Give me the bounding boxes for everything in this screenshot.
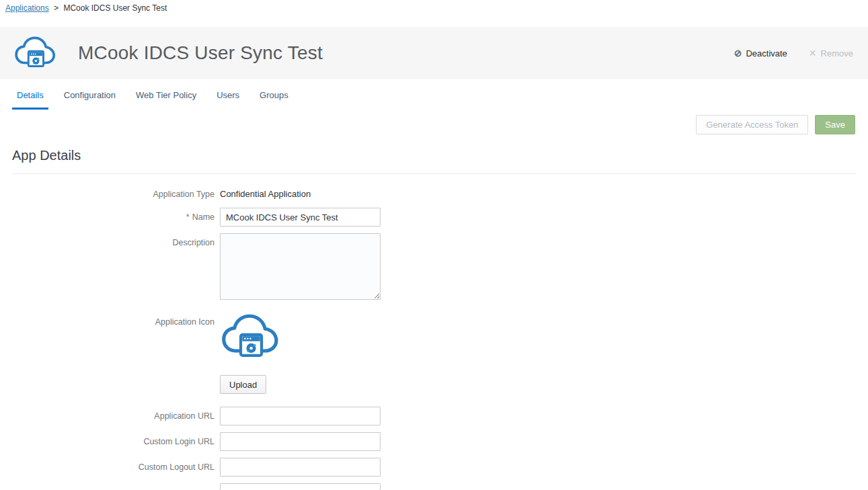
app-cloud-icon [13, 33, 58, 73]
application-url-row: Application URL [0, 407, 868, 425]
custom-logout-url-input[interactable] [220, 458, 381, 477]
tab-groups[interactable]: Groups [255, 79, 293, 110]
upload-button[interactable]: Upload [220, 375, 266, 394]
application-url-input[interactable] [220, 407, 381, 425]
generate-access-token-button[interactable]: Generate Access Token [696, 115, 808, 134]
deactivate-button[interactable]: ⊘ Deactivate [734, 48, 787, 58]
application-type-label: Application Type [0, 190, 220, 199]
application-icon-row: Application Icon Upload [0, 309, 868, 394]
custom-logout-url-row: Custom Logout URL [0, 458, 868, 477]
spacer [0, 394, 868, 407]
remove-icon: ✕ [809, 48, 817, 58]
description-input[interactable] [220, 233, 381, 300]
custom-login-url-label: Custom Login URL [0, 437, 220, 446]
save-button[interactable]: Save [815, 115, 855, 134]
deactivate-label: Deactivate [746, 48, 787, 58]
name-label-text: Name [192, 212, 214, 222]
remove-label: Remove [821, 48, 853, 58]
application-type-row: Application Type Confidential Applicatio… [0, 189, 868, 199]
application-icon-field: Upload [220, 309, 282, 394]
tab-configuration[interactable]: Configuration [59, 79, 120, 110]
tab-web-tier-policy[interactable]: Web Tier Policy [131, 79, 201, 110]
breadcrumb: Applications > MCook IDCS User Sync Test [0, 0, 868, 27]
custom-login-url-row: Custom Login URL [0, 432, 868, 451]
breadcrumb-separator: > [54, 3, 58, 13]
application-url-label: Application URL [0, 411, 220, 421]
name-label: *Name [0, 212, 220, 222]
name-input[interactable] [220, 208, 381, 227]
required-marker: * [186, 212, 190, 222]
custom-login-url-input[interactable] [220, 432, 381, 451]
application-icon-label: Application Icon [0, 309, 220, 327]
app-header: MCook IDCS User Sync Test ⊘ Deactivate ✕… [0, 27, 868, 79]
description-row: Description .: [0, 233, 868, 302]
tab-users[interactable]: Users [212, 79, 244, 110]
partial-row [0, 483, 868, 490]
deactivate-icon: ⊘ [734, 48, 742, 58]
breadcrumb-applications-link[interactable]: Applications [5, 3, 49, 13]
tab-bar: Details Configuration Web Tier Policy Us… [0, 79, 868, 110]
application-icon-preview [220, 309, 282, 364]
name-row: *Name [0, 208, 868, 227]
tab-details[interactable]: Details [12, 79, 48, 110]
page-title: MCook IDCS User Sync Test [78, 42, 323, 64]
page-actions: Generate Access Token Save [0, 110, 868, 134]
custom-logout-url-label: Custom Logout URL [0, 462, 220, 472]
application-type-value: Confidential Application [220, 189, 311, 199]
header-actions: ⊘ Deactivate ✕ Remove [734, 48, 853, 58]
section-title-app-details: App Details [12, 148, 868, 163]
description-label: Description [0, 233, 220, 247]
remove-button[interactable]: ✕ Remove [809, 48, 853, 58]
partial-input[interactable] [220, 483, 381, 490]
section-divider [12, 173, 856, 174]
app-details-form: Application Type Confidential Applicatio… [0, 189, 868, 490]
breadcrumb-current: MCook IDCS User Sync Test [63, 3, 167, 13]
